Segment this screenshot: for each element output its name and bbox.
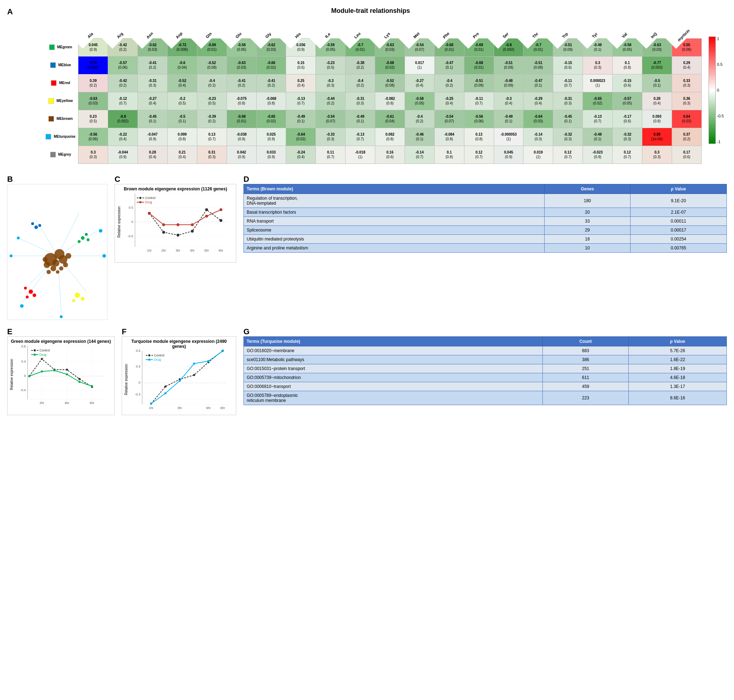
- svg-point-25: [26, 296, 29, 299]
- heatmap-cell: -0.2 (0.5): [167, 92, 197, 110]
- heatmap-cell: -0.27 (0.4): [138, 92, 168, 110]
- heatmap-cell: -0.54 (0.07): [434, 110, 464, 128]
- heatmap-cell: -0.11 (0.7): [553, 74, 583, 92]
- heatmap-cell: -0.8 (0.002): [108, 110, 138, 128]
- table-g-pvalue: 8.6E-16: [628, 391, 727, 405]
- table-g-pvalue: 4.6E-18: [628, 373, 727, 382]
- heatmap-legend: 1 0.5 0 -0.5 -1: [705, 37, 727, 144]
- svg-point-17: [59, 266, 63, 271]
- svg-text:6hr: 6hr: [90, 401, 94, 405]
- svg-text:Control: Control: [154, 354, 164, 357]
- table-d-pvalue: 9.1E-20: [630, 194, 727, 207]
- heatmap-cell: -0.61 (0.04): [375, 110, 405, 128]
- heatmap-cell: -0.56 (0.06): [78, 128, 108, 146]
- heatmap-cell: 0.093 (0.8): [642, 110, 672, 128]
- section-f-container: F Turquoise module eigengene expression …: [122, 327, 236, 419]
- heatmap-cell: 0.39 (0.2): [78, 74, 108, 92]
- heatmap-cell: -0.4 (0.2): [345, 74, 375, 92]
- chart-f: Turquoise module eigengene expression (2…: [122, 337, 236, 415]
- heatmap-cell: -0.45 (0.1): [138, 110, 168, 128]
- heatmap-cell: -0.68 (0.01): [227, 110, 256, 128]
- heatmap-cell: -0.5 (0.1): [642, 74, 672, 92]
- heatmap-cell: -0.48 (0.09): [494, 74, 523, 92]
- heatmap-cell: 0.36 (0.3): [672, 92, 702, 110]
- svg-point-14: [50, 266, 56, 271]
- heatmap-cell: -0.082 (0.8): [375, 92, 405, 110]
- heatmap-cell: 0.28 (0.4): [138, 146, 168, 163]
- heatmap-cell: -0.57 (0.06): [108, 56, 138, 74]
- heatmap-cell: 0.37 (0.2): [672, 128, 702, 146]
- table-d-col3-header: ρ Value: [630, 184, 727, 194]
- table-d-term: Arginine and proline metabolism: [244, 243, 545, 252]
- heatmap-cell: -0.44 (0.2): [316, 92, 345, 110]
- table-g-pvalue: 1.8E-19: [628, 364, 727, 373]
- chart-e-svg: 0.8 0.4 0 -0.4 2hr 4hr 6hr: [15, 344, 108, 405]
- heatmap-cell: -0.018 (1): [345, 146, 375, 163]
- table-d-pvalue: 0.00254: [630, 234, 727, 243]
- heatmap-cell: -0.17 (0.6): [613, 110, 642, 128]
- heatmap-cell: -0.41 (0.2): [256, 74, 286, 92]
- svg-point-22: [29, 290, 33, 294]
- heatmap-cell: -0.48 (0.1): [583, 128, 613, 146]
- heatmap-cell: 0.23 (0.5): [78, 110, 108, 128]
- svg-text:0: 0: [24, 374, 26, 378]
- chart-f-area: Relative expression 0.6 0.4 0 -0.3 1hr: [124, 349, 234, 410]
- heatmap-cell: 0.033 (0.9): [256, 146, 286, 163]
- heatmap-cell: -0.51 (0.09): [494, 56, 523, 74]
- heatmap-cell: -0.11 (0.7): [464, 92, 494, 110]
- heatmap-cell: 0.045 (0.9): [494, 146, 523, 163]
- svg-point-129: [150, 403, 152, 405]
- svg-point-95: [78, 378, 81, 380]
- svg-point-39: [60, 315, 63, 318]
- heatmap-cell: -0.12 (0.7): [108, 92, 138, 110]
- heatmap-cell: 0.25 (0.4): [286, 74, 316, 92]
- svg-text:6hr: 6hr: [218, 249, 223, 252]
- heatmap-cell: 0.31 (0.3): [197, 146, 227, 163]
- table-g-term: GO:0016020~membrane: [244, 346, 543, 355]
- svg-point-31: [78, 240, 81, 243]
- svg-point-28: [72, 299, 75, 302]
- svg-point-41: [17, 237, 20, 240]
- svg-text:1hr: 1hr: [149, 406, 153, 410]
- svg-text:2hr: 2hr: [39, 401, 44, 405]
- section-c-label: C: [115, 175, 234, 184]
- table-g-count: 611: [543, 373, 629, 382]
- legend-val-n05: -0.5: [717, 114, 724, 118]
- heatmap-cell: 0.1 (0.8): [434, 146, 464, 163]
- heatmap-cell: -0.39 (0.2): [197, 110, 227, 128]
- svg-text:Control: Control: [39, 349, 50, 352]
- svg-point-97: [28, 375, 31, 377]
- heatmap-cell: -0.49 (0.1): [345, 110, 375, 128]
- table-d-pvalue: 0.00017: [630, 225, 727, 234]
- svg-point-24: [32, 293, 36, 297]
- svg-point-18: [66, 253, 71, 259]
- svg-point-26: [75, 293, 80, 298]
- heatmap-cell: 0.3 (0.3): [642, 146, 672, 163]
- section-b-container: B: [7, 175, 108, 320]
- table-g-term: GO:0006810~transport: [244, 382, 543, 391]
- heatmap-cell: -0.38 (0.2): [345, 56, 375, 74]
- table-d-genes: 10: [545, 243, 630, 252]
- table-g-term: GO:0015031~protein transport: [244, 364, 543, 373]
- chart-c-area: Relative expression 0.5 0: [117, 191, 234, 252]
- chart-c: Brown module eigengene expression (1126 …: [115, 184, 236, 263]
- svg-point-63: [148, 212, 151, 215]
- svg-point-107: [34, 354, 36, 356]
- svg-text:0.8: 0.8: [21, 345, 26, 348]
- heatmap-cell: 0.15 (0.6): [286, 56, 316, 74]
- heatmap-cell: -0.15 (0.6): [613, 74, 642, 92]
- svg-point-16: [44, 262, 50, 268]
- table-g-pvalue: 5.7E-26: [628, 346, 727, 355]
- heatmap-cell: -0.31 (0.3): [345, 92, 375, 110]
- heatmap-cell: -0.22 (0.4): [108, 128, 138, 146]
- heatmap-title: Module-trait relationships: [43, 7, 698, 15]
- heatmap-cell: -0.13 (0.7): [583, 110, 613, 128]
- heatmap-cell: -0.33 (0.3): [316, 128, 345, 146]
- svg-point-92: [41, 358, 43, 360]
- svg-text:Drug: Drug: [154, 358, 161, 362]
- network-svg: [7, 184, 108, 320]
- heatmap-cell: 0.017 (1): [405, 56, 434, 74]
- svg-text:Drug: Drug: [39, 353, 47, 356]
- heatmap-cell: 0.1 (0.8): [613, 56, 642, 74]
- heatmap-cell: -0.000053 (1): [494, 128, 523, 146]
